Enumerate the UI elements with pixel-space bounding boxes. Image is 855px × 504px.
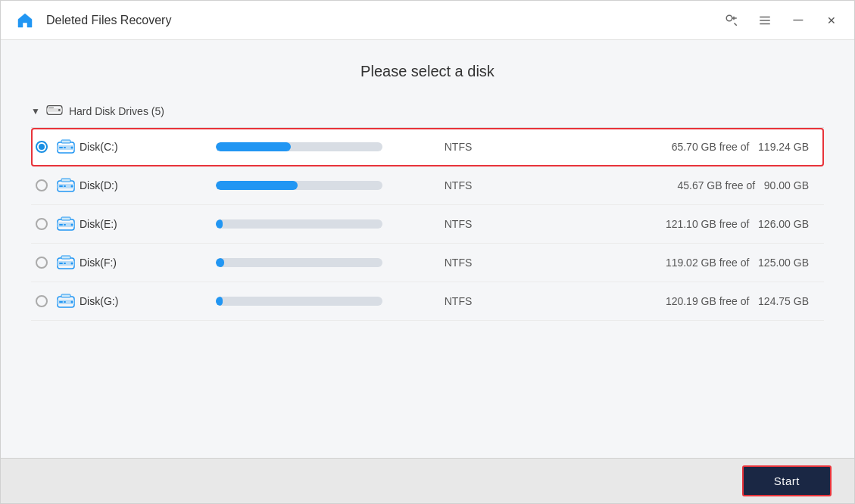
svg-rect-37 xyxy=(61,294,70,297)
disk-name-c: Disk(C:) xyxy=(80,141,155,153)
key-icon[interactable] xyxy=(721,10,742,31)
radio-btn-g[interactable] xyxy=(36,295,48,307)
disk-name-g: Disk(G:) xyxy=(80,295,155,307)
menu-icon[interactable] xyxy=(754,10,775,31)
fs-label-f: NTFS xyxy=(428,257,488,269)
radio-c[interactable] xyxy=(31,141,52,153)
usage-bar-e xyxy=(216,219,382,229)
svg-rect-29 xyxy=(64,263,66,264)
radio-btn-e[interactable] xyxy=(36,218,48,230)
svg-point-36 xyxy=(71,301,73,303)
usage-bar-g xyxy=(216,297,382,306)
svg-point-6 xyxy=(58,109,61,111)
svg-rect-25 xyxy=(61,217,70,220)
disk-row-d[interactable]: Disk(D:) NTFS 45.67 GB free of 90.00 GB xyxy=(31,166,824,205)
svg-rect-13 xyxy=(61,140,70,143)
size-info-f: 119.02 GB free of 125.00 GB xyxy=(488,257,824,269)
svg-rect-34 xyxy=(59,301,63,303)
svg-rect-7 xyxy=(48,107,54,108)
title-bar: Deleted Files Recovery ─ ✕ xyxy=(1,1,854,40)
window-title: Deleted Files Recovery xyxy=(46,14,171,27)
radio-d[interactable] xyxy=(31,179,52,191)
main-window: Deleted Files Recovery ─ ✕ Please select xyxy=(0,0,855,504)
svg-rect-35 xyxy=(64,301,66,303)
svg-point-12 xyxy=(71,147,73,149)
svg-point-0 xyxy=(726,15,732,21)
radio-btn-c[interactable] xyxy=(36,141,48,153)
disk-row-e[interactable]: Disk(E:) NTFS 121.10 GB free of 126.00 G… xyxy=(31,205,824,244)
disk-icon-c xyxy=(52,138,80,155)
svg-point-18 xyxy=(71,185,73,188)
fs-label-e: NTFS xyxy=(428,218,488,230)
svg-rect-31 xyxy=(61,256,70,259)
svg-point-30 xyxy=(71,263,73,265)
chevron-down-icon[interactable]: ▼ xyxy=(31,106,40,117)
hdd-section-icon xyxy=(46,103,63,120)
radio-btn-d[interactable] xyxy=(36,179,48,191)
title-bar-controls: ─ ✕ xyxy=(721,10,842,31)
disk-icon-e xyxy=(52,216,80,232)
size-info-e: 121.10 GB free of 126.00 GB xyxy=(488,218,824,230)
fs-label-d: NTFS xyxy=(428,179,488,191)
fs-label-c: NTFS xyxy=(428,141,488,153)
svg-rect-10 xyxy=(59,147,63,148)
disk-icon-f xyxy=(52,254,80,271)
main-content: Please select a disk ▼ Hard Disk Drives … xyxy=(1,40,854,458)
footer-bar: Start xyxy=(1,458,854,503)
svg-rect-28 xyxy=(59,263,63,264)
size-info-c: 65.70 GB free of 119.24 GB xyxy=(488,141,824,153)
disk-row-g[interactable]: Disk(G:) NTFS 120.19 GB free of 124.75 G… xyxy=(31,282,824,321)
svg-rect-16 xyxy=(59,185,63,187)
disk-row-f[interactable]: Disk(F:) NTFS 119.02 GB free of 125.00 G… xyxy=(31,244,824,282)
svg-rect-11 xyxy=(64,147,66,148)
start-button[interactable]: Start xyxy=(742,465,832,496)
usage-bar-f xyxy=(216,258,382,267)
svg-rect-17 xyxy=(64,185,66,187)
disk-list: Disk(C:) NTFS 65.70 GB free of 119.24 GB xyxy=(31,128,824,321)
fs-label-g: NTFS xyxy=(428,295,488,307)
radio-g[interactable] xyxy=(31,295,52,307)
minimize-button[interactable]: ─ xyxy=(788,10,809,31)
disk-name-e: Disk(E:) xyxy=(80,218,155,230)
radio-f[interactable] xyxy=(31,257,52,269)
disk-name-d: Disk(D:) xyxy=(80,179,155,191)
radio-btn-f[interactable] xyxy=(36,257,48,269)
svg-rect-19 xyxy=(61,179,70,182)
disk-name-f: Disk(F:) xyxy=(80,257,155,269)
disk-icon-g xyxy=(52,293,80,310)
svg-rect-22 xyxy=(59,224,63,226)
size-info-d: 45.67 GB free of 90.00 GB xyxy=(488,179,824,191)
svg-rect-23 xyxy=(64,224,66,226)
disk-row-c[interactable]: Disk(C:) NTFS 65.70 GB free of 119.24 GB xyxy=(31,128,824,166)
home-icon[interactable] xyxy=(13,8,37,33)
page-title: Please select a disk xyxy=(31,63,824,80)
section-header: ▼ Hard Disk Drives (5) xyxy=(31,95,824,128)
section-label: Hard Disk Drives (5) xyxy=(69,105,164,117)
size-info-g: 120.19 GB free of 124.75 GB xyxy=(488,295,824,307)
radio-e[interactable] xyxy=(31,218,52,230)
svg-point-24 xyxy=(71,224,73,226)
usage-bar-d xyxy=(216,181,382,190)
usage-bar-c xyxy=(216,142,382,151)
close-button[interactable]: ✕ xyxy=(821,10,842,31)
disk-icon-d xyxy=(52,177,80,194)
title-bar-left: Deleted Files Recovery xyxy=(13,8,721,33)
